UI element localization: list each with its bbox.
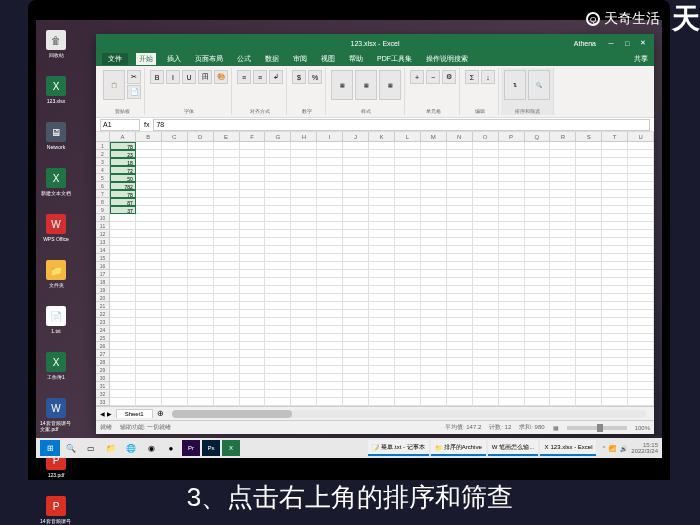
cell[interactable]: [602, 374, 628, 382]
bold-button[interactable]: B: [150, 70, 164, 84]
cell[interactable]: [291, 262, 317, 270]
cell[interactable]: [395, 150, 421, 158]
row-header[interactable]: 26: [96, 342, 109, 350]
cell[interactable]: [110, 358, 136, 366]
menu-help[interactable]: 帮助: [346, 53, 366, 65]
cell[interactable]: [369, 286, 395, 294]
cell[interactable]: [343, 374, 369, 382]
word-file-icon[interactable]: W14套音频课号文案.pdf: [40, 398, 72, 432]
cell[interactable]: [525, 246, 551, 254]
cell[interactable]: [550, 174, 576, 182]
zoom-level[interactable]: 100%: [635, 425, 650, 431]
cell[interactable]: [214, 262, 240, 270]
cell[interactable]: [628, 238, 654, 246]
row-header[interactable]: 13: [96, 238, 109, 246]
cell[interactable]: [421, 222, 447, 230]
cell[interactable]: [395, 206, 421, 214]
cell[interactable]: [162, 214, 188, 222]
cell[interactable]: [240, 270, 266, 278]
cell[interactable]: [525, 198, 551, 206]
cell[interactable]: [291, 174, 317, 182]
cell[interactable]: [162, 174, 188, 182]
cell[interactable]: [240, 390, 266, 398]
cell[interactable]: [214, 390, 240, 398]
cell[interactable]: [473, 382, 499, 390]
sort-filter-button[interactable]: ⇅: [504, 70, 526, 100]
cell[interactable]: [343, 214, 369, 222]
cell[interactable]: [550, 318, 576, 326]
cell[interactable]: [162, 198, 188, 206]
cell[interactable]: [473, 326, 499, 334]
cell[interactable]: [447, 142, 473, 150]
cell[interactable]: [447, 326, 473, 334]
cell[interactable]: [576, 350, 602, 358]
cell[interactable]: [188, 238, 214, 246]
cell[interactable]: [628, 374, 654, 382]
row-header[interactable]: 28: [96, 358, 109, 366]
column-header[interactable]: Q: [525, 132, 551, 141]
column-header[interactable]: E: [214, 132, 240, 141]
cell[interactable]: [214, 174, 240, 182]
cell[interactable]: [628, 230, 654, 238]
cut-button[interactable]: ✂: [127, 70, 141, 84]
cell[interactable]: [343, 270, 369, 278]
column-header[interactable]: A: [110, 132, 136, 141]
cell[interactable]: [369, 350, 395, 358]
column-header[interactable]: N: [447, 132, 473, 141]
cell[interactable]: [447, 342, 473, 350]
cell[interactable]: [576, 142, 602, 150]
cell[interactable]: [421, 166, 447, 174]
cell[interactable]: [136, 398, 162, 406]
cell[interactable]: [162, 166, 188, 174]
row-header[interactable]: 15: [96, 254, 109, 262]
cell[interactable]: [240, 318, 266, 326]
cell[interactable]: [291, 334, 317, 342]
cell[interactable]: [525, 390, 551, 398]
cell[interactable]: [525, 318, 551, 326]
cell[interactable]: [162, 278, 188, 286]
cell[interactable]: [136, 214, 162, 222]
cell[interactable]: [240, 294, 266, 302]
cell[interactable]: [395, 230, 421, 238]
cell[interactable]: [291, 142, 317, 150]
cell[interactable]: [602, 350, 628, 358]
cell[interactable]: [369, 254, 395, 262]
cell[interactable]: [395, 374, 421, 382]
cell[interactable]: [447, 174, 473, 182]
wrap-button[interactable]: ↲: [269, 70, 283, 84]
cell[interactable]: [576, 254, 602, 262]
sheet-tab[interactable]: Sheet1: [116, 409, 153, 418]
cell[interactable]: [499, 214, 525, 222]
cell[interactable]: [265, 286, 291, 294]
cell[interactable]: [162, 350, 188, 358]
cell[interactable]: [343, 206, 369, 214]
paste-button[interactable]: 📋: [103, 70, 125, 100]
zoom-slider[interactable]: [567, 426, 627, 430]
share-button[interactable]: 共享: [634, 54, 648, 64]
cell[interactable]: [136, 166, 162, 174]
cell[interactable]: [473, 278, 499, 286]
cell[interactable]: [110, 254, 136, 262]
cell[interactable]: [602, 214, 628, 222]
cell[interactable]: [499, 142, 525, 150]
cell[interactable]: [265, 326, 291, 334]
cell[interactable]: [317, 366, 343, 374]
cell[interactable]: [214, 222, 240, 230]
cell[interactable]: [628, 246, 654, 254]
cell[interactable]: [265, 310, 291, 318]
cell[interactable]: [317, 398, 343, 406]
cell[interactable]: [499, 262, 525, 270]
cell[interactable]: [188, 190, 214, 198]
cell[interactable]: [136, 318, 162, 326]
cell[interactable]: [291, 350, 317, 358]
cell[interactable]: [317, 358, 343, 366]
cell[interactable]: [291, 294, 317, 302]
column-header[interactable]: S: [576, 132, 602, 141]
excel-file-icon[interactable]: X工作簿1: [40, 352, 72, 380]
cell[interactable]: [550, 350, 576, 358]
cell[interactable]: [576, 366, 602, 374]
cell[interactable]: [317, 230, 343, 238]
cell[interactable]: [188, 318, 214, 326]
cell[interactable]: [602, 358, 628, 366]
select-all-corner[interactable]: [96, 132, 110, 142]
